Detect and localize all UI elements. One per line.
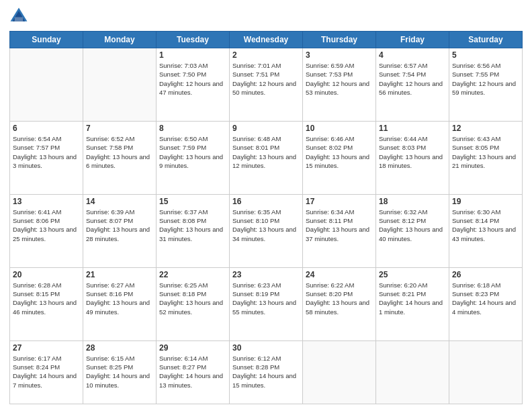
calendar-cell: 17Sunrise: 6:34 AM Sunset: 8:11 PM Dayli… (303, 194, 376, 267)
day-number: 11 (379, 124, 446, 133)
day-number: 27 (13, 343, 80, 353)
day-number: 3 (306, 50, 373, 60)
calendar-cell: 16Sunrise: 6:35 AM Sunset: 8:10 PM Dayli… (230, 194, 303, 267)
day-number: 1 (159, 50, 226, 60)
day-info: Sunrise: 6:59 AM Sunset: 7:53 PM Dayligh… (306, 61, 373, 97)
day-number: 8 (159, 124, 226, 133)
calendar-cell: 5Sunrise: 6:56 AM Sunset: 7:55 PM Daylig… (449, 48, 523, 122)
calendar-cell: 8Sunrise: 6:50 AM Sunset: 7:59 PM Daylig… (157, 121, 230, 194)
calendar-cell: 11Sunrise: 6:44 AM Sunset: 8:03 PM Dayli… (376, 121, 449, 194)
day-number: 26 (452, 270, 519, 279)
day-number: 16 (232, 197, 300, 206)
logo (9, 7, 31, 26)
day-info: Sunrise: 6:18 AM Sunset: 8:23 PM Dayligh… (452, 281, 519, 316)
day-number: 30 (232, 343, 300, 353)
day-number: 7 (86, 124, 153, 133)
day-number: 24 (306, 270, 373, 279)
calendar-cell: 1Sunrise: 7:03 AM Sunset: 7:50 PM Daylig… (157, 48, 230, 122)
day-info: Sunrise: 6:34 AM Sunset: 8:11 PM Dayligh… (306, 208, 373, 243)
day-info: Sunrise: 6:23 AM Sunset: 8:19 PM Dayligh… (232, 281, 300, 316)
calendar-cell: 28Sunrise: 6:15 AM Sunset: 8:25 PM Dayli… (83, 340, 157, 404)
calendar-cell: 22Sunrise: 6:25 AM Sunset: 8:18 PM Dayli… (157, 267, 230, 340)
svg-rect-2 (15, 17, 23, 21)
day-number: 29 (159, 343, 226, 353)
calendar-cell (449, 340, 523, 404)
day-info: Sunrise: 7:03 AM Sunset: 7:50 PM Dayligh… (159, 61, 226, 97)
weekday-header-row: SundayMondayTuesdayWednesdayThursdayFrid… (10, 32, 523, 48)
week-row-4: 20Sunrise: 6:28 AM Sunset: 8:15 PM Dayli… (10, 267, 523, 340)
calendar-cell: 15Sunrise: 6:37 AM Sunset: 8:08 PM Dayli… (157, 194, 230, 267)
weekday-header-wednesday: Wednesday (230, 32, 303, 48)
calendar-cell: 25Sunrise: 6:20 AM Sunset: 8:21 PM Dayli… (376, 267, 449, 340)
weekday-header-saturday: Saturday (449, 32, 523, 48)
weekday-header-monday: Monday (83, 32, 157, 48)
day-number: 12 (452, 124, 519, 133)
day-info: Sunrise: 6:28 AM Sunset: 8:15 PM Dayligh… (13, 281, 80, 316)
calendar-table: SundayMondayTuesdayWednesdayThursdayFrid… (9, 31, 523, 404)
day-number: 17 (306, 197, 373, 206)
calendar-cell (83, 48, 157, 122)
day-number: 19 (452, 197, 519, 206)
header (9, 7, 523, 26)
calendar-cell: 18Sunrise: 6:32 AM Sunset: 8:12 PM Dayli… (376, 194, 449, 267)
day-number: 14 (86, 197, 153, 206)
logo-icon (9, 7, 28, 26)
calendar-cell: 12Sunrise: 6:43 AM Sunset: 8:05 PM Dayli… (449, 121, 523, 194)
day-info: Sunrise: 6:54 AM Sunset: 7:57 PM Dayligh… (13, 134, 80, 170)
calendar-cell: 10Sunrise: 6:46 AM Sunset: 8:02 PM Dayli… (303, 121, 376, 194)
day-info: Sunrise: 6:44 AM Sunset: 8:03 PM Dayligh… (379, 134, 446, 170)
day-info: Sunrise: 6:56 AM Sunset: 7:55 PM Dayligh… (452, 61, 519, 97)
calendar-cell: 20Sunrise: 6:28 AM Sunset: 8:15 PM Dayli… (10, 267, 83, 340)
calendar-cell: 6Sunrise: 6:54 AM Sunset: 7:57 PM Daylig… (10, 121, 83, 194)
day-number: 13 (13, 197, 80, 206)
day-info: Sunrise: 6:50 AM Sunset: 7:59 PM Dayligh… (159, 134, 226, 170)
day-number: 22 (159, 270, 226, 279)
weekday-header-tuesday: Tuesday (157, 32, 230, 48)
day-info: Sunrise: 6:57 AM Sunset: 7:54 PM Dayligh… (379, 61, 446, 97)
calendar-cell (303, 340, 376, 404)
day-info: Sunrise: 6:17 AM Sunset: 8:24 PM Dayligh… (13, 354, 80, 390)
calendar-cell: 23Sunrise: 6:23 AM Sunset: 8:19 PM Dayli… (230, 267, 303, 340)
day-info: Sunrise: 6:30 AM Sunset: 8:14 PM Dayligh… (452, 208, 519, 243)
calendar-cell: 26Sunrise: 6:18 AM Sunset: 8:23 PM Dayli… (449, 267, 523, 340)
day-info: Sunrise: 6:35 AM Sunset: 8:10 PM Dayligh… (232, 208, 300, 243)
calendar-cell: 3Sunrise: 6:59 AM Sunset: 7:53 PM Daylig… (303, 48, 376, 122)
day-number: 5 (452, 50, 519, 60)
day-info: Sunrise: 6:22 AM Sunset: 8:20 PM Dayligh… (306, 281, 373, 316)
page: SundayMondayTuesdayWednesdayThursdayFrid… (0, 0, 532, 411)
day-info: Sunrise: 6:14 AM Sunset: 8:27 PM Dayligh… (159, 354, 226, 390)
calendar-cell: 7Sunrise: 6:52 AM Sunset: 7:58 PM Daylig… (83, 121, 157, 194)
week-row-1: 1Sunrise: 7:03 AM Sunset: 7:50 PM Daylig… (10, 48, 523, 122)
day-number: 23 (232, 270, 300, 279)
day-info: Sunrise: 6:25 AM Sunset: 8:18 PM Dayligh… (159, 281, 226, 316)
day-info: Sunrise: 6:39 AM Sunset: 8:07 PM Dayligh… (86, 208, 153, 243)
calendar-cell: 29Sunrise: 6:14 AM Sunset: 8:27 PM Dayli… (157, 340, 230, 404)
day-number: 21 (86, 270, 153, 279)
calendar-cell: 30Sunrise: 6:12 AM Sunset: 8:28 PM Dayli… (230, 340, 303, 404)
day-number: 20 (13, 270, 80, 279)
weekday-header-thursday: Thursday (303, 32, 376, 48)
day-number: 6 (13, 124, 80, 133)
calendar-cell (10, 48, 83, 122)
day-number: 9 (232, 124, 300, 133)
day-info: Sunrise: 6:12 AM Sunset: 8:28 PM Dayligh… (232, 354, 300, 390)
day-number: 4 (379, 50, 446, 60)
day-info: Sunrise: 7:01 AM Sunset: 7:51 PM Dayligh… (232, 61, 300, 97)
day-number: 15 (159, 197, 226, 206)
day-info: Sunrise: 6:52 AM Sunset: 7:58 PM Dayligh… (86, 134, 153, 170)
day-info: Sunrise: 6:43 AM Sunset: 8:05 PM Dayligh… (452, 134, 519, 170)
calendar-cell: 24Sunrise: 6:22 AM Sunset: 8:20 PM Dayli… (303, 267, 376, 340)
day-number: 2 (232, 50, 300, 60)
week-row-2: 6Sunrise: 6:54 AM Sunset: 7:57 PM Daylig… (10, 121, 523, 194)
day-info: Sunrise: 6:20 AM Sunset: 8:21 PM Dayligh… (379, 281, 446, 316)
day-info: Sunrise: 6:37 AM Sunset: 8:08 PM Dayligh… (159, 208, 226, 243)
day-info: Sunrise: 6:32 AM Sunset: 8:12 PM Dayligh… (379, 208, 446, 243)
calendar-cell: 13Sunrise: 6:41 AM Sunset: 8:06 PM Dayli… (10, 194, 83, 267)
day-info: Sunrise: 6:46 AM Sunset: 8:02 PM Dayligh… (306, 134, 373, 170)
calendar-cell: 9Sunrise: 6:48 AM Sunset: 8:01 PM Daylig… (230, 121, 303, 194)
calendar-cell: 27Sunrise: 6:17 AM Sunset: 8:24 PM Dayli… (10, 340, 83, 404)
day-number: 18 (379, 197, 446, 206)
weekday-header-friday: Friday (376, 32, 449, 48)
day-info: Sunrise: 6:41 AM Sunset: 8:06 PM Dayligh… (13, 208, 80, 243)
day-info: Sunrise: 6:27 AM Sunset: 8:16 PM Dayligh… (86, 281, 153, 316)
